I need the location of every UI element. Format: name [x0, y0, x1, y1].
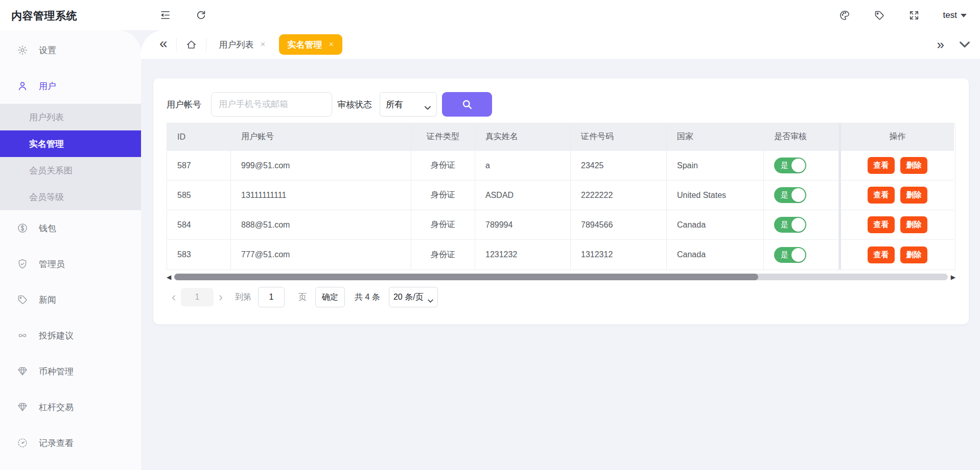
fullscreen-icon[interactable]	[908, 10, 920, 21]
cell-actions: 查看删除	[839, 210, 954, 240]
goto-confirm-button[interactable]: 确定	[315, 287, 345, 307]
tabs-scroll-left-icon[interactable]: «	[159, 36, 168, 51]
home-icon[interactable]	[185, 39, 197, 51]
prev-page-icon[interactable]: ‹	[167, 291, 181, 303]
status-label: 审核状态	[337, 99, 372, 110]
toggle-on-label: 是	[781, 220, 788, 230]
view-button[interactable]: 查看	[868, 247, 895, 263]
cell-audit-toggle: 是	[764, 210, 839, 240]
account-input[interactable]	[211, 92, 332, 117]
cell-ID: 583	[167, 240, 231, 270]
status-select-value: 所有	[386, 99, 403, 110]
audit-toggle[interactable]: 是	[774, 158, 806, 173]
page-size-value: 20 条/页	[393, 292, 424, 303]
close-icon[interactable]: ×	[261, 39, 266, 50]
delete-button[interactable]: 删除	[900, 216, 927, 233]
content-card: 用户帐号 审核状态 所有 ID用户账号证件类型真实姓名证件号码国家是否审核操作 …	[153, 78, 969, 324]
table-row: 583777@51.com身份证12312321312312Canada是查看删…	[167, 240, 955, 270]
theme-palette-icon[interactable]	[839, 10, 850, 21]
cell-用户账号: 888@51.com	[231, 210, 411, 240]
pagination: ‹ 1 › 到第 页 确定 共 4 条 20 条/页	[167, 287, 955, 307]
view-button[interactable]: 查看	[868, 187, 895, 204]
audit-toggle[interactable]: 是	[774, 217, 806, 233]
delete-button[interactable]: 删除	[900, 187, 927, 204]
audit-toggle[interactable]: 是	[774, 247, 806, 263]
cell-audit-toggle: 是	[764, 240, 839, 270]
tabs-menu-chevron-icon[interactable]	[960, 39, 970, 50]
sidebar-item-管理员[interactable]: 管理员	[0, 246, 141, 282]
tabs-scroll-right-icon[interactable]: »	[937, 38, 944, 51]
table-row: 587999@51.com身份证a23425Spain是查看删除	[167, 151, 955, 181]
close-icon[interactable]: ×	[329, 39, 334, 50]
column-header-ID: ID	[167, 123, 231, 151]
goto-suffix-label: 页	[298, 292, 307, 303]
sidebar-item-钱包[interactable]: 钱包	[0, 210, 141, 246]
sidebar-subitem-会员等级[interactable]: 会员等级	[0, 184, 141, 210]
delete-button[interactable]: 删除	[900, 247, 927, 263]
results-table: ID用户账号证件类型真实姓名证件号码国家是否审核操作 587999@51.com…	[167, 123, 955, 270]
shield-icon	[17, 258, 28, 270]
sidebar-subitem-实名管理[interactable]: 实名管理	[0, 130, 141, 157]
scrollbar-track[interactable]	[174, 274, 948, 280]
cell-actions: 查看删除	[839, 181, 954, 210]
cell-证件类型: 身份证	[411, 240, 475, 270]
cell-ID: 587	[167, 151, 231, 181]
cell-证件类型: 身份证	[411, 181, 475, 210]
status-select[interactable]: 所有	[380, 92, 437, 117]
audit-toggle[interactable]: 是	[774, 187, 806, 203]
tab-实名管理[interactable]: 实名管理×	[279, 34, 343, 55]
cell-audit-toggle: 是	[764, 151, 839, 181]
column-header-用户账号: 用户账号	[231, 123, 411, 151]
column-header-操作: 操作	[839, 123, 954, 151]
filter-form: 用户帐号 审核状态 所有	[167, 92, 955, 117]
toggle-knob	[791, 159, 805, 172]
sidebar: 设置用户用户列表实名管理会员关系图会员等级钱包管理员新闻投拆建议币种管理杠杆交易…	[0, 30, 141, 470]
cell-真实姓名: a	[475, 151, 571, 181]
sidebar-item-label: 用户	[39, 80, 56, 92]
sidebar-item-币种管理[interactable]: 币种管理	[0, 353, 141, 389]
select-caret-icon	[425, 102, 431, 106]
toggle-on-label: 是	[781, 161, 788, 170]
scroll-left-arrow-icon[interactable]: ◀	[167, 274, 171, 280]
total-count-label: 共 4 条	[355, 292, 380, 303]
sidebar-subitem-会员关系图[interactable]: 会员关系图	[0, 157, 141, 184]
delete-button[interactable]: 删除	[900, 157, 927, 174]
view-button[interactable]: 查看	[868, 216, 895, 233]
column-header-证件类型: 证件类型	[411, 123, 475, 151]
sidebar-item-设置[interactable]: 设置	[0, 32, 141, 68]
sidebar-item-投拆建议[interactable]: 投拆建议	[0, 318, 141, 353]
sidebar-item-用户[interactable]: 用户	[0, 68, 141, 104]
goto-page-input[interactable]	[258, 287, 285, 307]
view-button[interactable]: 查看	[868, 157, 895, 174]
scrollbar-thumb[interactable]	[174, 274, 758, 280]
sidebar-item-记录查看[interactable]: 记录查看	[0, 425, 141, 461]
user-menu[interactable]: test	[943, 10, 967, 20]
header-actions: test	[839, 0, 967, 30]
cell-证件类型: 身份证	[411, 210, 475, 240]
table-body: 587999@51.com身份证a23425Spain是查看删除58513111…	[167, 151, 955, 270]
sidebar-item-label: 新闻	[39, 294, 56, 306]
sidebar-item-label: 币种管理	[39, 366, 74, 377]
page-number-button[interactable]: 1	[181, 288, 214, 306]
sidebar-collapse-icon[interactable]	[159, 9, 171, 21]
page-size-select[interactable]: 20 条/页	[389, 287, 438, 307]
diamond-icon	[17, 366, 28, 377]
sidebar-item-杠杆交易[interactable]: 杠杆交易	[0, 389, 141, 425]
sidebar-item-label: 杠杆交易	[39, 401, 74, 413]
tab-label: 用户列表	[219, 39, 254, 51]
sidebar-item-新闻[interactable]: 新闻	[0, 282, 141, 318]
scroll-right-arrow-icon[interactable]: ▶	[951, 274, 955, 280]
refresh-icon[interactable]	[195, 9, 207, 21]
cell-actions: 查看删除	[839, 240, 954, 270]
cell-audit-toggle: 是	[764, 181, 839, 210]
sidebar-item-label: 记录查看	[39, 437, 74, 449]
sidebar-subitem-用户列表[interactable]: 用户列表	[0, 104, 141, 130]
tab-用户列表[interactable]: 用户列表×	[215, 39, 270, 51]
coin-icon	[17, 222, 28, 234]
search-button[interactable]	[442, 92, 492, 117]
next-page-icon[interactable]: ›	[214, 291, 228, 303]
column-header-证件号码: 证件号码	[571, 123, 667, 151]
cell-ID: 585	[167, 181, 231, 210]
cell-证件号码: 23425	[571, 151, 667, 181]
tag-icon[interactable]	[874, 10, 885, 21]
